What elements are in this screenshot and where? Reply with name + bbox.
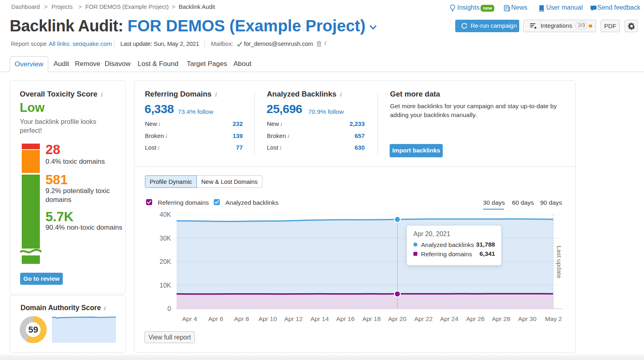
svg-text:59: 59 (28, 325, 38, 335)
